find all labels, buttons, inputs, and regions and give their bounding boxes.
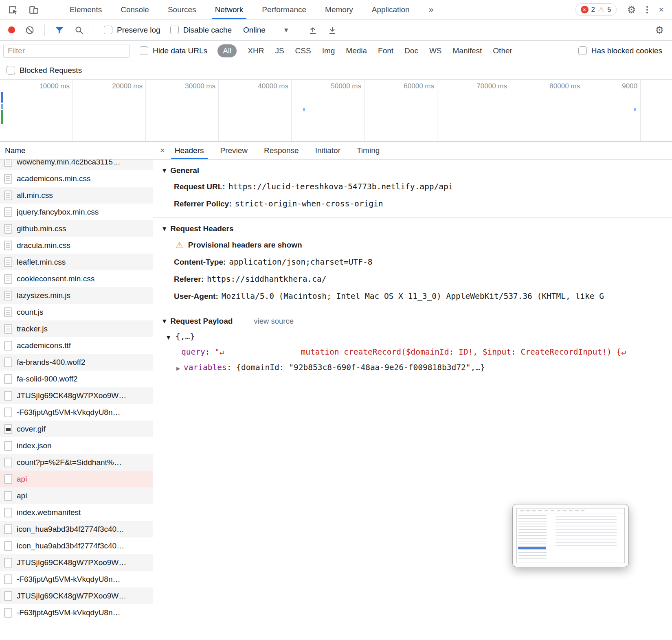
request-row[interactable]: JTUSjIg69CK48gW7PXoo9W… <box>0 387 153 404</box>
request-row[interactable]: api <box>0 487 153 504</box>
resource-type-filter[interactable]: XHR <box>248 46 264 55</box>
network-settings-gear-icon[interactable]: ⚙ <box>655 24 664 36</box>
more-tabs-icon[interactable]: » <box>410 0 434 19</box>
header-name: Request URL: <box>174 182 225 191</box>
resource-type-filter[interactable]: Manifest <box>453 46 482 55</box>
export-har-icon[interactable] <box>327 25 337 35</box>
request-row[interactable]: icon_hua9abd3b4f2774f3c40… <box>0 521 153 537</box>
preserve-log-checkbox[interactable]: Preserve log <box>104 26 160 35</box>
details-tab[interactable]: Initiator <box>315 142 340 159</box>
blocked-requests-checkbox[interactable] <box>7 66 15 75</box>
request-row[interactable]: academicons.min.css <box>0 170 153 187</box>
checkbox-box[interactable] <box>578 46 587 55</box>
resource-type-filter[interactable]: Font <box>378 46 393 55</box>
devtools-tab[interactable]: Performance <box>262 0 306 19</box>
devtools-tab[interactable]: Sources <box>168 0 196 19</box>
request-list-panel: Name wowchemy.min.4c2bca3115… academicon… <box>0 142 153 640</box>
has-blocked-cookies-checkbox[interactable]: Has blocked cookies <box>578 46 662 55</box>
general-section-header[interactable]: ▼ General <box>153 160 672 178</box>
triangle-collapsed-icon[interactable]: ▶ <box>176 361 184 375</box>
filter-input[interactable] <box>3 44 130 58</box>
request-name: -F63fjptAgt5VM-kVkqdyU8n… <box>17 575 121 584</box>
request-row[interactable]: all.min.css <box>0 187 153 204</box>
disable-cache-checkbox[interactable]: Disable cache <box>170 26 232 35</box>
resource-type-filter[interactable]: WS <box>429 46 442 55</box>
request-row[interactable]: api <box>0 471 153 487</box>
resource-type-filter[interactable]: CSS <box>295 46 311 55</box>
devtools-tab[interactable]: Network <box>215 0 244 19</box>
thumbnail-toolbar <box>517 508 624 513</box>
details-tab[interactable]: Preview <box>220 142 248 159</box>
timeline-tick-label: 30000 ms <box>146 80 219 141</box>
checkbox-box[interactable] <box>104 26 112 34</box>
query-separator: : <box>205 347 215 357</box>
device-toolbar-icon[interactable] <box>29 4 39 15</box>
resource-type-filter[interactable]: Img <box>322 46 335 55</box>
request-row[interactable]: JTUSjIg69CK48gW7PXoo9W… <box>0 554 153 571</box>
settings-gear-icon[interactable]: ⚙ <box>627 4 636 15</box>
request-name: api <box>17 491 27 500</box>
request-row[interactable]: dracula.min.css <box>0 237 153 254</box>
record-network-log-button[interactable] <box>8 26 15 33</box>
name-column-header[interactable]: Name <box>0 142 153 160</box>
issues-badge[interactable]: × 2 ⚠ 5 <box>575 3 617 16</box>
close-details-icon[interactable]: × <box>160 146 165 155</box>
request-row[interactable]: -F63fjptAgt5VM-kVkqdyU8n… <box>0 604 153 621</box>
devtools-window: ElementsConsoleSourcesNetworkPerformance… <box>0 0 672 640</box>
hide-data-urls-checkbox[interactable]: Hide data URLs <box>140 46 207 55</box>
request-row[interactable]: count?p=%2F&t=Siddhant%… <box>0 454 153 471</box>
request-row[interactable]: wowchemy.min.4c2bca3115… <box>0 160 153 170</box>
search-icon[interactable] <box>74 25 84 35</box>
request-headers-section-header[interactable]: ▼ Request Headers <box>153 218 672 237</box>
file-icon <box>4 458 12 467</box>
request-row[interactable]: count.js <box>0 304 153 320</box>
request-row[interactable]: academicons.ttf <box>0 337 153 354</box>
devtools-tab[interactable]: Console <box>121 0 149 19</box>
request-row[interactable]: tracker.js <box>0 320 153 337</box>
devtools-tab[interactable]: Elements <box>70 0 102 19</box>
request-name: icon_hua9abd3b4f2774f3c40… <box>17 525 124 534</box>
import-har-icon[interactable] <box>308 25 318 35</box>
close-devtools-icon[interactable]: × <box>659 4 664 15</box>
request-row[interactable]: -F63fjptAgt5VM-kVkqdyU8n… <box>0 571 153 587</box>
thumbnail-selected-row <box>518 547 546 549</box>
request-row[interactable]: index.json <box>0 437 153 454</box>
payload-root-node[interactable]: ▼{,…} <box>153 329 672 344</box>
resource-type-filter[interactable]: Media <box>346 46 367 55</box>
request-row[interactable]: jquery.fancybox.min.css <box>0 204 153 220</box>
checkbox-box[interactable] <box>140 46 148 55</box>
request-row[interactable]: lazysizes.min.js <box>0 287 153 304</box>
clear-network-log-icon[interactable] <box>25 25 35 35</box>
view-source-link[interactable]: view source <box>254 317 294 326</box>
request-name: dracula.min.css <box>17 241 70 250</box>
resource-type-filter[interactable]: All <box>217 44 237 57</box>
network-overview-timeline[interactable]: 10000 ms20000 ms30000 ms40000 ms50000 ms… <box>0 80 672 142</box>
request-row[interactable]: JTUSjIg69CK48gW7PXoo9W… <box>0 587 153 604</box>
request-row[interactable]: -F63fjptAgt5VM-kVkqdyU8n… <box>0 404 153 421</box>
filter-funnel-icon[interactable] <box>55 25 64 35</box>
request-row[interactable]: icon_hua9abd3b4f2774f3c40… <box>0 537 153 554</box>
checkbox-box[interactable] <box>170 26 179 34</box>
request-payload-section-header[interactable]: ▼ Request Payload view source <box>153 310 672 329</box>
request-row[interactable]: cover.gif <box>0 421 153 437</box>
request-row[interactable]: leaflet.min.css <box>0 254 153 270</box>
details-tabbar: × HeadersPreviewResponseInitiatorTiming <box>153 142 672 160</box>
timeline-tick-label: 10000 ms <box>0 80 73 141</box>
throttling-select[interactable]: Online ▼ <box>243 26 288 35</box>
file-icon <box>4 341 12 351</box>
resource-type-filter[interactable]: Other <box>493 46 512 55</box>
request-row[interactable]: cookieconsent.min.css <box>0 270 153 287</box>
devtools-tab[interactable]: Application <box>372 0 410 19</box>
details-tab[interactable]: Timing <box>357 142 380 159</box>
resource-type-filter[interactable]: JS <box>275 46 284 55</box>
request-row[interactable]: github.min.css <box>0 220 153 237</box>
inspect-element-icon[interactable] <box>7 4 18 15</box>
request-row[interactable]: index.webmanifest <box>0 504 153 521</box>
request-row[interactable]: fa-brands-400.woff2 <box>0 354 153 370</box>
devtools-tab[interactable]: Memory <box>325 0 353 19</box>
details-tab[interactable]: Headers <box>175 142 204 159</box>
details-tab[interactable]: Response <box>264 142 299 159</box>
screenshot-preview-thumbnail[interactable] <box>512 504 629 567</box>
request-row[interactable]: fa-solid-900.woff2 <box>0 370 153 387</box>
resource-type-filter[interactable]: Doc <box>404 46 418 55</box>
